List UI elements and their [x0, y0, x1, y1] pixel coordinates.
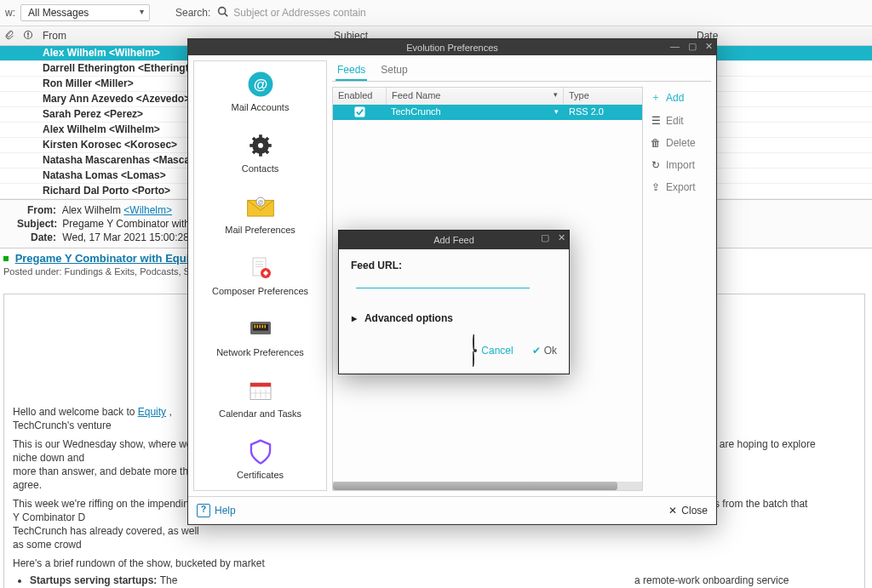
preview-from-name: Alex Wilhelm — [62, 204, 124, 216]
preferences-tabs: Feeds Setup — [332, 60, 711, 82]
feed-url-input[interactable] — [356, 271, 530, 288]
search-icon — [217, 6, 228, 20]
body-text: This is our Wednesday show, where we nic… — [13, 437, 200, 465]
svg-rect-28 — [261, 325, 263, 328]
import-feed-button[interactable]: ↻ Import — [650, 159, 711, 171]
feed-row[interactable]: TechCrunch RSS 2.0 — [333, 105, 642, 120]
svg-rect-25 — [254, 325, 255, 328]
tab-feeds[interactable]: Feeds — [336, 60, 367, 81]
window-minimize-button[interactable]: — — [670, 41, 680, 52]
preferences-sidebar: @ Mail Accounts Contacts @ Mail Preferen… — [193, 60, 327, 491]
feed-enabled-checkbox[interactable] — [333, 105, 386, 120]
add-feed-button[interactable]: ＋ Add — [650, 90, 711, 105]
body-text: a remote-work onboarding service — [634, 574, 789, 586]
feeds-col-enabled[interactable]: Enabled — [333, 88, 387, 105]
flag-column-icon[interactable] — [19, 30, 37, 43]
import-label: Import — [666, 159, 695, 171]
feeds-col-type[interactable]: Type — [564, 88, 642, 105]
svg-point-13 — [258, 143, 263, 148]
category-mail-accounts[interactable]: @ Mail Accounts — [194, 61, 326, 123]
body-link-equity[interactable]: Equity — [138, 406, 166, 418]
svg-text:@: @ — [253, 77, 267, 93]
category-mail-preferences[interactable]: @ Mail Preferences — [194, 184, 326, 245]
svg-rect-29 — [264, 325, 266, 328]
preview-from-link[interactable]: <Wilhelm> — [123, 204, 172, 216]
edit-feed-button[interactable]: ☰ Edit — [650, 115, 711, 127]
svg-line-1 — [225, 14, 227, 16]
column-date[interactable]: Date — [691, 30, 872, 42]
category-composer-preferences[interactable]: Composer Preferences — [194, 245, 326, 306]
add-label: Add — [666, 92, 684, 104]
cancel-label: Cancel — [481, 345, 513, 357]
svg-rect-3 — [27, 32, 29, 36]
add-feed-dialog: Add Feed ▢ ✕ Feed URL: ▶ Advanced option… — [338, 230, 570, 374]
help-icon: ? — [197, 504, 210, 517]
chevron-right-icon: ▶ — [352, 314, 357, 323]
close-button[interactable]: ✕ Close — [668, 505, 708, 517]
body-text: Startups serving startups: — [30, 574, 160, 586]
dialog-close-button[interactable]: ✕ — [558, 232, 565, 243]
trash-icon: 🗑 — [650, 137, 662, 149]
show-value: All Messages — [28, 7, 89, 19]
edit-label: Edit — [666, 115, 684, 127]
advanced-options-toggle[interactable]: ▶ Advanced options — [351, 312, 557, 324]
export-feed-button[interactable]: ⇪ Export — [650, 181, 711, 193]
gear-icon — [244, 133, 277, 158]
rss-bullet-icon — [3, 256, 9, 261]
category-certificates[interactable]: Certificates — [194, 429, 326, 490]
cancel-icon — [473, 336, 478, 365]
search-input[interactable]: Subject or Addresses contain — [233, 7, 365, 19]
article-title-link[interactable]: Pregame Y Combinator with Equity — [15, 252, 199, 265]
feeds-col-name[interactable]: Feed Name — [387, 88, 564, 105]
help-button[interactable]: ? Help — [197, 504, 236, 517]
envelope-icon: @ — [244, 194, 277, 220]
attachment-column-icon[interactable] — [0, 30, 19, 43]
tab-setup[interactable]: Setup — [379, 60, 409, 81]
category-contacts[interactable]: Contacts — [194, 123, 326, 184]
category-network-preferences[interactable]: Network Preferences — [194, 306, 326, 368]
feed-type: RSS 2.0 — [564, 105, 642, 120]
show-dropdown[interactable]: All Messages — [20, 4, 150, 21]
category-calendar-tasks[interactable]: Calendar and Tasks — [194, 368, 326, 429]
dialog-maximize-button[interactable]: ▢ — [541, 232, 549, 243]
svg-point-0 — [219, 8, 226, 14]
svg-rect-27 — [259, 325, 261, 328]
category-label: Mail Preferences — [225, 225, 295, 235]
svg-rect-26 — [256, 325, 258, 328]
category-label: Contacts — [242, 163, 278, 174]
ok-button[interactable]: ✔ Ok — [532, 336, 557, 365]
body-text: This week we're riffing on the impending… — [13, 497, 200, 524]
preferences-footer: ? Help ✕ Close — [188, 496, 716, 524]
body-text: more than answer, and debate more than a… — [13, 465, 200, 492]
window-close-button[interactable]: ✕ — [705, 41, 713, 52]
plus-icon: ＋ — [650, 90, 662, 105]
close-label: Close — [681, 505, 708, 517]
list-icon: ☰ — [650, 115, 662, 127]
mail-toolbar: w: All Messages Search: Subject or Addre… — [0, 0, 872, 26]
cancel-button[interactable]: Cancel — [473, 336, 513, 365]
delete-feed-button[interactable]: 🗑 Delete — [650, 137, 711, 149]
svg-rect-37 — [354, 107, 364, 117]
category-label: Mail Accounts — [232, 102, 290, 112]
feed-actions: ＋ Add ☰ Edit 🗑 Delete ↻ Import — [643, 87, 711, 491]
category-label: Composer Preferences — [212, 286, 308, 296]
preview-from-label: From: — [17, 203, 60, 217]
feeds-hscrollbar[interactable] — [333, 482, 642, 490]
window-maximize-button[interactable]: ▢ — [688, 41, 697, 52]
check-icon: ✔ — [532, 345, 541, 357]
svg-rect-31 — [250, 383, 271, 387]
category-label: Calendar and Tasks — [219, 408, 301, 419]
preferences-titlebar: Evolution Preferences — ▢ ✕ — [188, 39, 716, 55]
category-label: Certificates — [237, 470, 284, 480]
feed-name: TechCrunch — [386, 105, 564, 120]
delete-label: Delete — [666, 137, 696, 149]
svg-text:@: @ — [257, 199, 263, 205]
svg-rect-4 — [27, 36, 29, 37]
export-icon: ⇪ — [650, 181, 662, 193]
feeds-table-header: Enabled Feed Name Type — [333, 88, 642, 105]
list-item: Startups serving startups: The largest g… — [30, 574, 856, 588]
document-pencil-icon — [244, 255, 277, 281]
category-news-blogs[interactable]: News and Blogs — [194, 490, 326, 491]
close-icon: ✕ — [668, 505, 677, 517]
help-label: Help — [215, 505, 236, 517]
